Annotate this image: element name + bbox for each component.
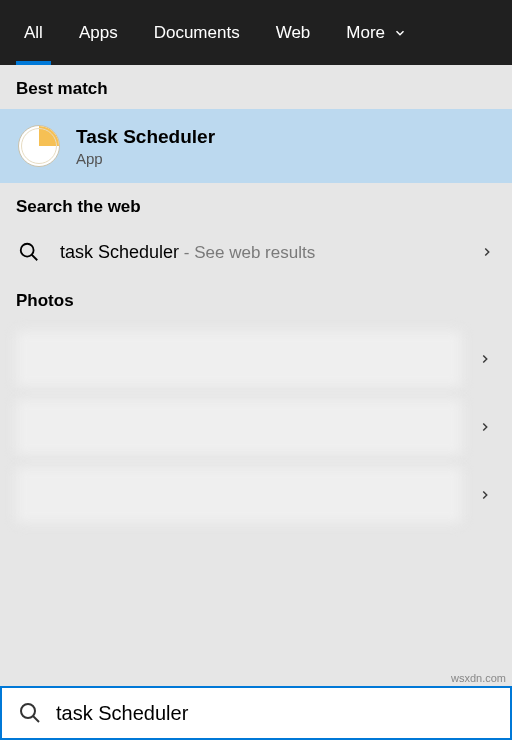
tab-all[interactable]: All — [6, 0, 61, 65]
best-match-result[interactable]: Task Scheduler App — [0, 109, 512, 183]
svg-line-3 — [33, 716, 39, 722]
photo-result-item[interactable] — [10, 325, 502, 393]
tab-documents[interactable]: Documents — [136, 0, 258, 65]
web-result-query: task Scheduler — [60, 242, 179, 262]
chevron-down-icon — [393, 26, 407, 40]
section-best-match: Best match — [0, 65, 512, 109]
photo-thumbnail-blurred — [16, 399, 462, 455]
chevron-right-icon — [478, 420, 492, 434]
photo-result-item[interactable] — [10, 461, 502, 529]
tab-apps[interactable]: Apps — [61, 0, 136, 65]
spacer — [0, 529, 512, 686]
web-result-text: task Scheduler - See web results — [60, 242, 315, 263]
search-icon — [18, 701, 42, 725]
svg-point-2 — [21, 704, 35, 718]
web-result-hint: - See web results — [179, 243, 315, 262]
tab-label: All — [24, 23, 43, 43]
chevron-right-icon — [480, 245, 494, 259]
svg-point-0 — [21, 244, 34, 257]
photo-thumbnail-blurred — [16, 467, 462, 523]
search-scope-tabs: All Apps Documents Web More — [0, 0, 512, 65]
best-match-title: Task Scheduler — [76, 126, 215, 148]
source-caption: wsxdn.com — [451, 672, 506, 684]
tab-web[interactable]: Web — [258, 0, 329, 65]
section-search-web: Search the web — [0, 183, 512, 227]
task-scheduler-icon — [18, 125, 60, 167]
search-input[interactable] — [56, 702, 494, 725]
tab-label: More — [346, 23, 385, 43]
chevron-right-icon — [478, 488, 492, 502]
photos-results — [0, 321, 512, 529]
best-match-subtitle: App — [76, 150, 215, 167]
web-result-row[interactable]: task Scheduler - See web results — [0, 227, 512, 277]
photo-thumbnail-blurred — [16, 331, 462, 387]
photo-result-item[interactable] — [10, 393, 502, 461]
svg-line-1 — [32, 255, 38, 261]
tab-label: Documents — [154, 23, 240, 43]
tab-label: Web — [276, 23, 311, 43]
tab-more[interactable]: More — [328, 0, 425, 65]
search-box[interactable] — [0, 686, 512, 740]
chevron-right-icon — [478, 352, 492, 366]
section-photos: Photos — [0, 277, 512, 321]
search-icon — [18, 241, 40, 263]
tab-label: Apps — [79, 23, 118, 43]
best-match-text: Task Scheduler App — [76, 126, 215, 167]
